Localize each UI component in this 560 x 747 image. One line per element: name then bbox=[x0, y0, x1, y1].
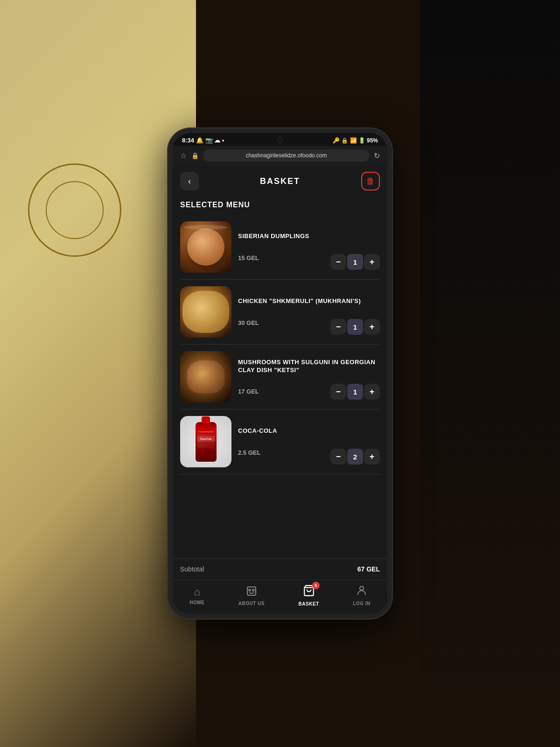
app-header: ‹ BASKET 🗑 bbox=[173, 165, 387, 197]
reload-icon[interactable]: ↻ bbox=[374, 151, 380, 160]
nav-item-login[interactable]: LOG IN bbox=[353, 585, 370, 606]
decrease-button[interactable]: − bbox=[330, 384, 346, 400]
item-image-cola: Coca-Cola bbox=[180, 416, 231, 467]
item-image-chicken bbox=[180, 286, 231, 338]
items-list: SIBERIAN DUMPLINGS 15 GEL − 1 + CHICKEN bbox=[173, 215, 387, 558]
quantity-value: 1 bbox=[347, 319, 363, 335]
bookmark-icon[interactable]: ☆ bbox=[180, 151, 187, 160]
notification-icons: 🔔 📷 ☁ • bbox=[196, 137, 224, 144]
camera-notch bbox=[277, 138, 283, 143]
nav-label-login: LOG IN bbox=[353, 601, 370, 606]
section-label: SELECTED MENU bbox=[173, 197, 387, 215]
login-icon bbox=[356, 585, 367, 599]
table-row: MUSHROOMS WITH SULGUNI IN GEORGIAN CLAY … bbox=[180, 345, 380, 409]
quantity-control-mushrooms: − 1 + bbox=[330, 384, 380, 400]
cola-bottle-shape: Coca-Cola bbox=[196, 422, 217, 462]
increase-button[interactable]: + bbox=[364, 319, 380, 335]
decrease-button[interactable]: − bbox=[330, 319, 346, 335]
bottom-nav: ⌂ HOME ABOUT US bbox=[173, 579, 387, 614]
phone-container: 8:34 🔔 📷 ☁ • 🔑 🔒 📶 🔋 95% ☆ 🔒 chashnagiri… bbox=[168, 128, 392, 619]
lock-icon: 🔒 bbox=[191, 152, 199, 159]
app-content: ‹ BASKET 🗑 SELECTED MENU SIBERIAN DUMPLI… bbox=[173, 165, 387, 614]
basket-badge: 5 bbox=[312, 582, 320, 589]
basket-icon: 5 bbox=[303, 585, 315, 599]
signal-icons: 🔑 🔒 📶 🔋 bbox=[333, 137, 365, 144]
svg-point-2 bbox=[252, 589, 254, 591]
status-time: 8:34 bbox=[182, 137, 194, 144]
url-bar[interactable]: chashnagirileselidze.ofoodo.com bbox=[203, 149, 369, 162]
table-row: CHICKEN "SHKMERULI" (MUKHRANI'S) 30 GEL … bbox=[180, 280, 380, 345]
quantity-control-cola: − 2 + bbox=[330, 449, 380, 465]
subtotal-bar: Subtotal 67 GEL bbox=[173, 558, 387, 579]
decrease-button[interactable]: − bbox=[330, 254, 346, 270]
nav-label-basket: BASKET bbox=[299, 601, 319, 606]
quantity-value: 1 bbox=[347, 254, 363, 270]
status-bar: 8:34 🔔 📷 ☁ • 🔑 🔒 📶 🔋 95% bbox=[173, 133, 387, 146]
quantity-control-chicken: − 1 + bbox=[330, 319, 380, 335]
increase-button[interactable]: + bbox=[364, 254, 380, 270]
svg-rect-0 bbox=[247, 587, 256, 595]
increase-button[interactable]: + bbox=[364, 384, 380, 400]
svg-point-1 bbox=[249, 589, 251, 591]
item-name: COCA-COLA bbox=[238, 427, 380, 435]
increase-button[interactable]: + bbox=[364, 449, 380, 465]
browser-bar: ☆ 🔒 chashnagirileselidze.ofoodo.com ↻ bbox=[173, 146, 387, 165]
page-title: BASKET bbox=[260, 176, 300, 186]
subtotal-value: 67 GEL bbox=[357, 565, 380, 573]
nav-label-home: HOME bbox=[189, 600, 204, 605]
item-name: SIBERIAN DUMPLINGS bbox=[238, 233, 380, 240]
svg-point-4 bbox=[360, 586, 364, 590]
status-left: 8:34 🔔 📷 ☁ • bbox=[182, 137, 224, 144]
quantity-control-dumplings: − 1 + bbox=[330, 254, 380, 270]
quantity-value: 1 bbox=[347, 384, 363, 400]
back-button[interactable]: ‹ bbox=[180, 172, 199, 190]
item-image-mushrooms bbox=[180, 351, 231, 402]
table-row: Coca-Cola COCA-COLA 2.5 GEL − 2 + bbox=[180, 409, 380, 474]
table-row: SIBERIAN DUMPLINGS 15 GEL − 1 + bbox=[180, 215, 380, 280]
subtotal-label: Subtotal bbox=[180, 565, 204, 573]
about-icon bbox=[246, 585, 257, 599]
delete-basket-button[interactable]: 🗑 bbox=[361, 172, 380, 190]
nav-item-about[interactable]: ABOUT US bbox=[238, 585, 265, 606]
quantity-value: 2 bbox=[347, 449, 363, 465]
item-name: MUSHROOMS WITH SULGUNI IN GEORGIAN CLAY … bbox=[238, 359, 380, 374]
nav-item-basket[interactable]: 5 BASKET bbox=[299, 585, 319, 606]
item-name: CHICKEN "SHKMERULI" (MUKHRANI'S) bbox=[238, 297, 380, 305]
status-right: 🔑 🔒 📶 🔋 95% bbox=[333, 137, 378, 144]
battery-level: 95% bbox=[367, 137, 378, 144]
home-icon: ⌂ bbox=[194, 586, 200, 598]
nav-label-about: ABOUT US bbox=[238, 601, 265, 606]
item-image-dumplings bbox=[180, 221, 231, 273]
decrease-button[interactable]: − bbox=[330, 449, 346, 465]
nav-item-home[interactable]: ⌂ HOME bbox=[189, 586, 204, 605]
